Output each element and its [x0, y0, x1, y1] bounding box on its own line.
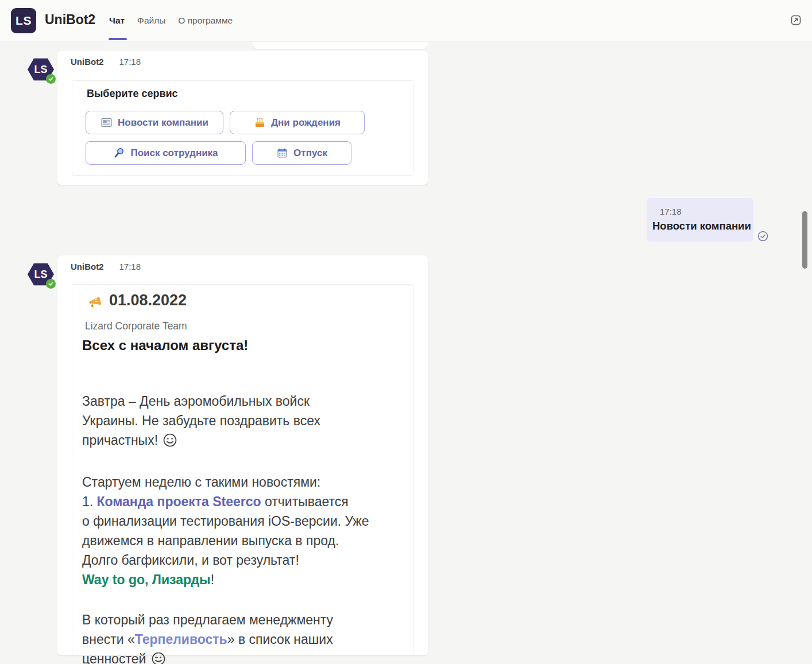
birthday-cake-icon: [254, 117, 266, 129]
services-card: Выберите сервис Новости компании: [72, 80, 413, 176]
button-label: Поиск сотрудника: [130, 147, 218, 159]
winking-face-icon: [151, 651, 166, 664]
user-message-bubble: 17:18 Новости компании: [647, 198, 753, 242]
news-text: !: [211, 572, 214, 587]
news-paragraph-1: Завтра – День аэромобильных войск Украин…: [82, 372, 414, 450]
button-label: Новости компании: [118, 117, 208, 129]
button-vacation[interactable]: Отпуск: [252, 141, 351, 165]
news-card: 01.08.2022 Lizard Corporate Team Всех с …: [72, 284, 413, 655]
button-label: Дни рождения: [271, 117, 341, 129]
button-birthdays[interactable]: Дни рождения: [230, 111, 365, 134]
button-label: Отпуск: [293, 147, 327, 159]
bot-online-badge-icon: [46, 74, 56, 84]
news-team: Lizard Corporate Team: [85, 320, 187, 332]
message-meta: UniBot2 17:18: [71, 261, 141, 273]
active-tab-indicator: [109, 38, 127, 40]
message-time: 17:18: [119, 56, 141, 68]
message-meta: UniBot2 17:18: [71, 56, 141, 68]
app-header: LS UniBot2 Чат Файлы О программе: [0, 0, 812, 41]
bot-message-news: UniBot2 17:18 01.08.2022 Lizard Corporat…: [57, 255, 428, 655]
megaphone-icon: [87, 294, 105, 313]
news-highlight-green: Way to go, Лизарды: [82, 572, 211, 587]
app-title: UniBot2: [45, 12, 95, 28]
newspaper-icon: [100, 117, 113, 129]
app-window: LS UniBot2 Чат Файлы О программе LS UniB…: [0, 0, 812, 664]
smiling-face-icon: [163, 433, 177, 448]
open-in-new-window-icon[interactable]: [789, 13, 803, 27]
services-card-title: Выберите сервис: [87, 88, 178, 100]
tab-bar: Чат Файлы О программе: [109, 15, 233, 26]
bot-online-badge-icon: [46, 279, 56, 289]
sender-name: UniBot2: [71, 56, 104, 68]
magnifying-glass-icon: [113, 147, 125, 159]
news-paragraph-3: В который раз предлагаем менеджменту вне…: [82, 591, 414, 664]
user-message-text: Новости компании: [652, 220, 751, 232]
message-time: 17:18: [660, 207, 682, 216]
previous-message-remnant: [253, 42, 428, 49]
tab-about[interactable]: О программе: [178, 15, 233, 26]
bot-avatar: LS: [28, 56, 54, 83]
tab-chat[interactable]: Чат: [109, 15, 125, 26]
news-date: 01.08.2022: [109, 292, 187, 309]
button-employee-search[interactable]: Поиск сотрудника: [86, 141, 246, 165]
scrollbar-thumb[interactable]: [802, 211, 807, 269]
bot-avatar: LS: [28, 261, 54, 288]
sender-name: UniBot2: [71, 261, 104, 273]
app-logo: LS: [11, 8, 36, 33]
bot-message-services: UniBot2 17:18 Выберите сервис Новости ко…: [57, 51, 428, 185]
news-highlight-purple: Терпеливость: [135, 632, 227, 647]
calendar-icon: [276, 147, 288, 159]
news-text: Завтра – День аэромобильных войск Украин…: [82, 394, 320, 448]
steerco-link[interactable]: Команда проекта Steerco: [97, 494, 261, 509]
tab-files[interactable]: Файлы: [137, 15, 165, 26]
news-title: Всех с началом августа!: [82, 337, 248, 354]
button-company-news[interactable]: Новости компании: [86, 111, 223, 134]
message-time: 17:18: [119, 261, 141, 273]
news-paragraph-2: Стартуем неделю с такими новостями: 1. К…: [82, 453, 414, 589]
delivered-check-icon: [757, 231, 768, 242]
